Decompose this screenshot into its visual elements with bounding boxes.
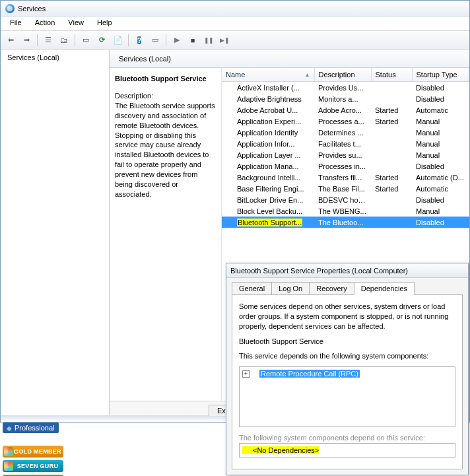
service-name: Application Mana... (237, 162, 299, 170)
service-description: Provides Us... (314, 82, 371, 94)
service-description: The WBENG... (314, 205, 371, 217)
dependents-tree[interactable]: <No Dependencies> (239, 443, 455, 458)
service-startup-type: Manual (412, 149, 469, 160)
description-panel: Bluetooth Support Service Description: T… (110, 68, 222, 401)
properties-button-2[interactable] (148, 33, 162, 48)
properties-titlebar[interactable]: Bluetooth Support Service Properties (Lo… (226, 263, 468, 278)
service-status (371, 160, 412, 172)
table-row[interactable]: Bluetooth Support...The Bluetoo...Disabl… (222, 217, 469, 228)
properties-button[interactable] (57, 33, 71, 48)
show-hide-console-tree-button[interactable] (41, 33, 55, 48)
gear-icon (226, 83, 234, 92)
expand-icon[interactable]: + (242, 370, 250, 378)
menu-view[interactable]: View (61, 17, 90, 30)
gear-icon (226, 106, 234, 114)
gear-icon (226, 162, 234, 170)
menu-help[interactable]: Help (90, 17, 119, 30)
mvp-text: Professional (15, 424, 55, 432)
forward-button[interactable] (19, 33, 34, 48)
service-startup-type: Automatic (412, 183, 469, 194)
service-status: Started (371, 172, 412, 183)
service-startup-type: Disabled (412, 194, 469, 205)
service-startup-type: Automatic (412, 104, 469, 116)
service-status (371, 217, 412, 228)
service-status (371, 205, 412, 217)
table-row[interactable]: Application IdentityDetermines ...Manual (222, 127, 469, 138)
scope-node-label: Services (Local) (7, 53, 59, 61)
service-startup-type: Manual (412, 138, 469, 149)
table-row[interactable]: Adobe Acrobat U...Adobe Acro...StartedAu… (222, 104, 469, 116)
col-startup-type[interactable]: Startup Type (412, 68, 469, 82)
tab-log-on[interactable]: Log On (271, 282, 310, 295)
depends-on-label: This service depends on the following sy… (239, 351, 455, 361)
gear-icon (226, 94, 234, 103)
titlebar[interactable]: Services (1, 1, 469, 17)
table-row[interactable]: Background Intelli...Transfers fil...Sta… (222, 172, 469, 183)
service-description: Facilitates t... (314, 138, 371, 149)
gear-icon (226, 117, 234, 125)
menu-action[interactable]: Action (28, 17, 62, 30)
export-list-button[interactable] (110, 33, 125, 48)
badge-seven-guru: SEVEN GURU (3, 460, 63, 472)
back-button[interactable] (3, 33, 18, 48)
gear-icon (226, 173, 234, 182)
gear-icon (226, 139, 234, 148)
service-name: Base Filtering Engi... (237, 185, 304, 193)
gear-icon (226, 184, 234, 193)
service-status (371, 82, 412, 94)
service-name: ActiveX Installer (... (237, 84, 300, 92)
gear-icon (243, 447, 250, 454)
service-description: BDESVC hos... (314, 194, 371, 205)
service-status: Started (371, 104, 412, 116)
service-status: Started (371, 183, 412, 194)
stop-service-button[interactable] (185, 33, 200, 48)
table-row[interactable]: Application Experi...Processes a...Start… (222, 116, 469, 127)
col-description[interactable]: Description (314, 68, 371, 82)
depends-on-tree[interactable]: + Remote Procedure Call (RPC) (239, 366, 455, 427)
toolbar-separator (37, 34, 38, 46)
tab-dependencies[interactable]: Dependencies (354, 282, 415, 295)
service-startup-type: Disabled (412, 160, 469, 172)
service-name: Block Level Backu... (237, 207, 302, 215)
table-row[interactable]: BitLocker Drive En...BDESVC hos...Disabl… (222, 194, 469, 205)
table-row[interactable]: Application Layer ...Provides su...Manua… (222, 149, 469, 160)
properties-dialog: Bluetooth Support Service Properties (Lo… (226, 263, 469, 475)
table-row[interactable]: Application Infor...Facilitates t...Manu… (222, 138, 469, 149)
service-startup-type: Manual (412, 127, 469, 138)
selected-service-title: Bluetooth Support Service (115, 75, 216, 83)
no-dependencies-item: <No Dependencies> (242, 446, 319, 454)
toolbar (1, 31, 469, 50)
tree-item-label: Remote Procedure Call (RPC) (259, 370, 360, 378)
service-description: Processes in... (314, 160, 371, 172)
col-name[interactable]: Name▲ (222, 68, 314, 82)
table-row[interactable]: Application Mana...Processes in...Disabl… (222, 160, 469, 172)
gear-icon (226, 207, 234, 215)
table-row[interactable]: Base Filtering Engi...The Base Fil...Sta… (222, 183, 469, 194)
table-row[interactable]: Adaptive BrightnessMonitors a...Disabled (222, 93, 469, 104)
tab-general[interactable]: General (232, 282, 272, 295)
restart-service-button[interactable] (217, 33, 232, 48)
tab-recovery[interactable]: Recovery (309, 282, 354, 295)
tree-item-rpc[interactable]: + Remote Procedure Call (RPC) (242, 370, 452, 378)
service-startup-type: Automatic (D... (412, 172, 469, 183)
service-description: Processes a... (314, 116, 371, 127)
service-name: Bluetooth Support... (237, 219, 302, 226)
help-button[interactable] (132, 33, 147, 48)
table-row[interactable]: ActiveX Installer (...Provides Us...Disa… (222, 82, 469, 94)
table-row[interactable]: Block Level Backu...The WBENG...Manual (222, 205, 469, 217)
refresh-button[interactable] (94, 33, 109, 48)
start-service-button[interactable] (170, 33, 184, 48)
service-description: Monitors a... (314, 93, 371, 104)
pause-service-button[interactable] (201, 33, 216, 48)
col-status[interactable]: Status (371, 68, 412, 82)
scope-node-services-local[interactable]: Services (Local) (2, 52, 108, 63)
services-table: Name▲ Description Status Startup Type Ac… (222, 68, 469, 228)
service-name: Application Infor... (237, 140, 294, 148)
services-icon (5, 3, 15, 14)
toolbar-separator (128, 34, 129, 46)
service-startup-type: Disabled (412, 217, 469, 228)
service-name: Background Intelli... (237, 174, 301, 182)
show-hide-action-pane-button[interactable] (79, 33, 93, 48)
menu-file[interactable]: File (3, 17, 28, 30)
service-status (371, 93, 412, 104)
